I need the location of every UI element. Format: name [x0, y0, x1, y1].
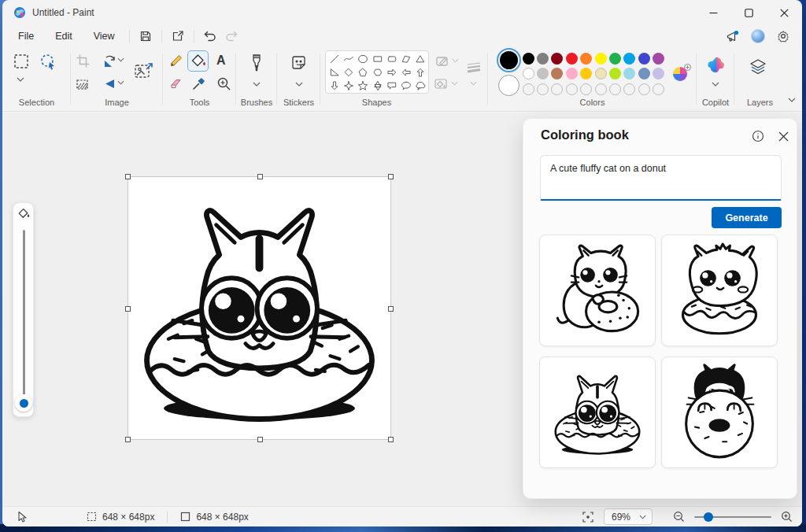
- shape-arrow-right[interactable]: [385, 65, 399, 79]
- palette-swatch[interactable]: [566, 68, 578, 79]
- magnifier-tool-button[interactable]: [216, 76, 231, 91]
- panel-close-icon[interactable]: [775, 128, 791, 144]
- selection-handle-s[interactable]: [257, 437, 263, 442]
- stickers-button[interactable]: [290, 54, 307, 71]
- palette-swatch[interactable]: [623, 68, 635, 79]
- zoom-level-dropdown[interactable]: 69%: [604, 508, 653, 525]
- settings-gear-icon[interactable]: [772, 28, 794, 45]
- zoom-out-button[interactable]: [673, 511, 685, 523]
- rectangle-select-button[interactable]: [13, 53, 30, 70]
- palette-empty-slot[interactable]: [638, 83, 650, 95]
- shape-thickness-chevron[interactable]: [470, 81, 477, 86]
- shape-arrow-left[interactable]: [399, 65, 413, 79]
- minimize-button[interactable]: [696, 0, 731, 25]
- palette-swatch[interactable]: [580, 53, 592, 65]
- palette-swatch[interactable]: [623, 53, 635, 65]
- shape-rounded-rectangle[interactable]: [385, 52, 399, 65]
- color-picker-tool-button[interactable]: [191, 76, 206, 91]
- palette-swatch[interactable]: [595, 68, 607, 79]
- shape-hexagon[interactable]: [371, 65, 385, 79]
- redo-button[interactable]: [221, 28, 243, 45]
- generated-thumbnail-fluffy-cat-on-donut[interactable]: [661, 235, 778, 346]
- fill-tool-button[interactable]: [191, 54, 206, 68]
- shape-rectangle[interactable]: [371, 52, 385, 65]
- palette-empty-slot[interactable]: [537, 83, 549, 95]
- palette-empty-slot[interactable]: [523, 83, 534, 95]
- shape-bubble-cloud[interactable]: [413, 79, 427, 92]
- palette-swatch[interactable]: [537, 68, 549, 79]
- shape-bubble-oval[interactable]: [399, 79, 413, 92]
- shape-triangle[interactable]: [413, 52, 427, 65]
- crop-button[interactable]: [76, 54, 91, 68]
- shape-arrow-down[interactable]: [327, 79, 342, 92]
- palette-empty-slot[interactable]: [623, 83, 635, 95]
- palette-swatch[interactable]: [653, 68, 664, 79]
- shape-bubble-rect[interactable]: [385, 79, 399, 92]
- shape-pentagon[interactable]: [356, 65, 370, 79]
- layers-chevron[interactable]: [788, 98, 796, 102]
- eraser-tool-button[interactable]: [168, 76, 183, 91]
- palette-swatch[interactable]: [551, 53, 563, 65]
- shape-right-triangle[interactable]: [327, 65, 342, 79]
- shape-polygon[interactable]: [399, 52, 413, 65]
- shape-fill-button[interactable]: [434, 77, 448, 91]
- zoom-slider-thumb[interactable]: [704, 512, 713, 522]
- shapes-gallery[interactable]: [325, 50, 429, 94]
- palette-empty-slot[interactable]: [609, 83, 621, 95]
- menu-view[interactable]: View: [84, 28, 124, 45]
- palette-swatch[interactable]: [609, 53, 621, 65]
- color1-swatch-selected[interactable]: [497, 48, 521, 72]
- shape-star-6[interactable]: [371, 79, 385, 92]
- resize-button[interactable]: [76, 76, 91, 91]
- generated-thumbnail-tuxedo-cat-behind-donut[interactable]: [661, 357, 778, 468]
- shape-lightning[interactable]: [342, 92, 356, 94]
- menu-edit[interactable]: Edit: [46, 28, 82, 45]
- share-button[interactable]: [167, 28, 189, 45]
- selection-handle-nw[interactable]: [125, 174, 131, 179]
- selection-handle-e[interactable]: [388, 306, 394, 312]
- selection-handle-ne[interactable]: [388, 174, 394, 179]
- shape-diamond[interactable]: [342, 65, 356, 79]
- palette-swatch[interactable]: [638, 68, 650, 79]
- shape-curve[interactable]: [342, 52, 356, 65]
- palette-swatch[interactable]: [537, 53, 549, 65]
- prompt-input[interactable]: A cute fluffy cat on a donut: [540, 155, 782, 201]
- selection-handle-sw[interactable]: [125, 437, 131, 442]
- shape-fill-chevron[interactable]: [451, 81, 458, 86]
- undo-button[interactable]: [199, 28, 221, 45]
- save-button[interactable]: [135, 28, 157, 45]
- stickers-chevron[interactable]: [295, 82, 303, 87]
- generated-thumbnail-cat-hugging-donut[interactable]: [539, 235, 656, 346]
- shape-outline-chevron[interactable]: [452, 58, 459, 63]
- generate-button[interactable]: Generate: [712, 207, 782, 228]
- tolerance-slider-track[interactable]: [23, 230, 25, 395]
- copilot-button[interactable]: [707, 56, 725, 74]
- shape-outline-button[interactable]: [435, 54, 449, 68]
- palette-swatch[interactable]: [566, 53, 578, 65]
- shape-heart[interactable]: [327, 92, 342, 94]
- shape-thickness-button[interactable]: [465, 60, 482, 76]
- account-avatar[interactable]: [751, 29, 765, 43]
- brushes-button[interactable]: [249, 54, 264, 72]
- freeform-select-button[interactable]: [39, 53, 57, 70]
- rotate-button[interactable]: [102, 54, 117, 68]
- selection-options-chevron[interactable]: [17, 77, 24, 82]
- shape-star-4[interactable]: [342, 79, 356, 92]
- shape-arrow-up[interactable]: [413, 65, 427, 79]
- info-icon[interactable]: [750, 128, 766, 144]
- menu-file[interactable]: File: [9, 28, 43, 45]
- palette-swatch[interactable]: [523, 68, 534, 79]
- maximize-button[interactable]: [731, 0, 767, 25]
- palette-swatch[interactable]: [551, 68, 563, 79]
- palette-empty-slot[interactable]: [580, 83, 592, 95]
- rotate-chevron[interactable]: [117, 57, 124, 62]
- palette-empty-slot[interactable]: [566, 83, 578, 95]
- text-tool-button[interactable]: A: [216, 54, 226, 68]
- palette-swatch[interactable]: [523, 53, 534, 65]
- remove-background-button[interactable]: [134, 61, 154, 82]
- fit-to-screen-button[interactable]: [582, 511, 594, 523]
- palette-swatch[interactable]: [638, 53, 650, 65]
- palette-swatch[interactable]: [609, 68, 621, 79]
- shape-line[interactable]: [327, 52, 342, 65]
- zoom-in-button[interactable]: [781, 511, 793, 523]
